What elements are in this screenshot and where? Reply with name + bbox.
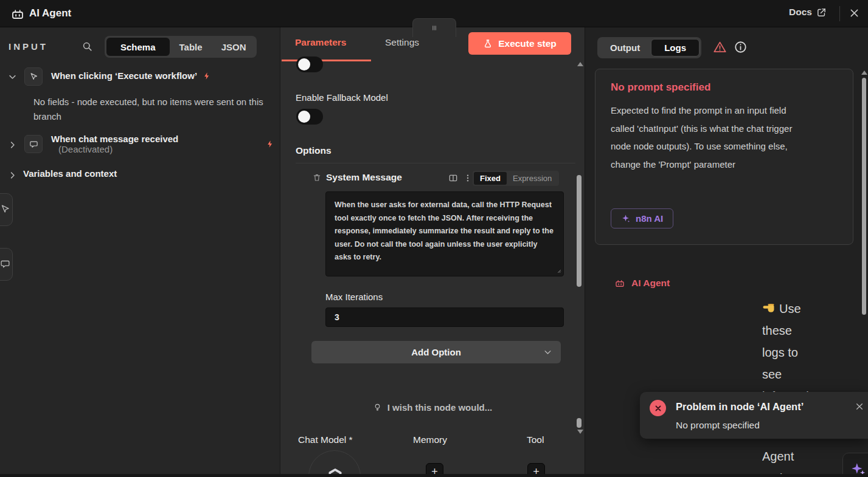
toggle-knob (298, 111, 310, 123)
trash-icon[interactable] (313, 173, 321, 182)
wish-node-label: I wish this node would... (387, 402, 493, 413)
n8n-ai-label: n8n AI (636, 213, 663, 224)
output-view-tabs: Output Logs (597, 37, 701, 58)
wish-node-link[interactable]: I wish this node would... (280, 402, 585, 413)
tab-settings[interactable]: Settings (385, 37, 419, 48)
parameters-panel: Parameters Settings Execute step Enable … (280, 27, 585, 477)
lightning-icon (203, 72, 211, 80)
logs-hint-text-continued: Agent node (762, 445, 817, 477)
fallback-model-toggle[interactable] (296, 109, 323, 125)
tab-table[interactable]: Table (170, 38, 212, 56)
execute-step-label: Execute step (498, 38, 557, 49)
fallback-model-label: Enable Fallback Model (296, 92, 388, 103)
toast-title: Problem in node ‘AI Agent’ (676, 401, 804, 413)
sparkle-icon (621, 214, 630, 223)
tab-parameters[interactable]: Parameters (295, 37, 346, 48)
toast-message: No prompt specified (676, 420, 760, 431)
split-view-icon[interactable] (448, 173, 458, 183)
error-toast: Problem in node ‘AI Agent’ No prompt spe… (640, 392, 868, 439)
tree-item-label: When chat message received (51, 134, 178, 144)
docs-link[interactable]: Docs (789, 7, 827, 18)
active-tab-underline (282, 60, 371, 61)
external-link-icon (816, 7, 827, 18)
input-panel: INPUT Schema Table JSON When clicking ‘E… (0, 27, 280, 477)
error-description: Expected to find the prompt in an input … (611, 101, 796, 173)
value-mode-switch: Fixed Expression (473, 171, 559, 186)
docs-link-label: Docs (789, 7, 812, 18)
add-option-label: Add Option (411, 347, 461, 357)
options-divider (296, 163, 575, 163)
canvas-edge (0, 474, 868, 477)
ai-assistant-button[interactable] (842, 453, 868, 477)
add-option-button[interactable]: Add Option (311, 341, 561, 363)
lightning-icon (266, 140, 274, 148)
mode-expression[interactable]: Expression (507, 172, 558, 185)
node-title: AI Agent (29, 7, 71, 19)
manual-trigger-icon (24, 67, 43, 86)
chevron-down-icon (543, 348, 552, 357)
deactivated-badge: (Deactivated) (58, 144, 178, 154)
tree-item-label: When clicking ‘Execute workflow’ (51, 70, 197, 81)
scroll-down-arrow[interactable] (577, 430, 583, 434)
scrollbar-thumb[interactable] (577, 175, 582, 287)
system-message-label: System Message (326, 172, 402, 183)
scroll-up-arrow[interactable] (861, 70, 867, 75)
close-icon[interactable] (849, 7, 860, 19)
tab-json[interactable]: JSON (212, 38, 255, 56)
error-circle-icon (650, 400, 666, 416)
logs-hint-text: Use these logs to see information (762, 298, 817, 407)
error-title: No prompt specified (611, 81, 838, 94)
chevron-down-icon[interactable] (8, 72, 17, 81)
logs-hint-label: Use these logs to see information (762, 302, 822, 403)
robot-icon (10, 7, 25, 21)
options-heading: Options (296, 145, 332, 156)
error-card: No prompt specified Expected to find the… (595, 69, 853, 245)
cursor-icon (0, 204, 10, 214)
flask-icon (483, 39, 493, 49)
chat-model-node[interactable] (308, 450, 361, 477)
info-icon[interactable] (734, 40, 748, 54)
connector-memory-label: Memory (413, 434, 447, 445)
no-fields-message: No fields - node executed, but no items … (33, 95, 272, 124)
mode-fixed[interactable]: Fixed (474, 172, 507, 185)
chevron-right-icon[interactable] (8, 140, 17, 149)
chevron-right-icon[interactable] (8, 171, 17, 180)
max-iterations-input[interactable] (325, 307, 564, 327)
tab-logs[interactable]: Logs (651, 39, 700, 57)
n8n-ai-button[interactable]: n8n AI (611, 208, 673, 228)
tree-item-chat-trigger[interactable]: When chat message received (Deactivated) (51, 134, 178, 154)
toggle-knob (298, 58, 310, 70)
connector-tool-label: Tool (527, 434, 544, 445)
tab-output[interactable]: Output (599, 39, 651, 57)
tree-item-execute-workflow[interactable]: When clicking ‘Execute workflow’ (51, 70, 211, 81)
robot-icon (614, 278, 625, 289)
canvas-node-manual-trigger[interactable] (0, 193, 13, 226)
connector-chat-model-label: Chat Model * (298, 434, 353, 445)
pointing-left-icon (762, 300, 777, 315)
panel-drag-handle[interactable] (412, 18, 456, 37)
kebab-menu-icon[interactable] (463, 173, 473, 183)
tree-item-variables[interactable]: Variables and context (23, 168, 117, 179)
scroll-up-arrow[interactable] (577, 62, 583, 66)
execute-step-button[interactable]: Execute step (468, 32, 571, 55)
canvas-node-chat-trigger[interactable] (0, 248, 13, 281)
chat-icon (0, 259, 10, 269)
system-message-textarea[interactable]: When the user asks for external data, ca… (325, 191, 564, 276)
chat-trigger-icon (24, 135, 43, 153)
scrollbar-thumb[interactable] (577, 418, 582, 428)
search-icon[interactable] (82, 41, 93, 52)
toast-close-icon[interactable] (855, 402, 864, 411)
max-iterations-label: Max Iterations (325, 292, 383, 302)
log-entry-ai-agent[interactable]: AI Agent (614, 278, 670, 289)
warning-icon[interactable] (713, 40, 727, 54)
tab-schema[interactable]: Schema (106, 38, 170, 56)
lightbulb-icon (373, 403, 382, 412)
ndv-modal: AI Agent Docs INPUT Schema Table JSON (0, 0, 868, 477)
input-panel-title: INPUT (9, 41, 48, 52)
titlebar-divider (839, 6, 840, 21)
scrollbar-thumb[interactable] (862, 78, 866, 315)
clipped-toggle[interactable] (296, 57, 323, 72)
resize-handle-icon[interactable] (554, 266, 561, 273)
input-view-tabs: Schema Table JSON (105, 36, 257, 58)
log-entry-label: AI Agent (631, 278, 670, 289)
